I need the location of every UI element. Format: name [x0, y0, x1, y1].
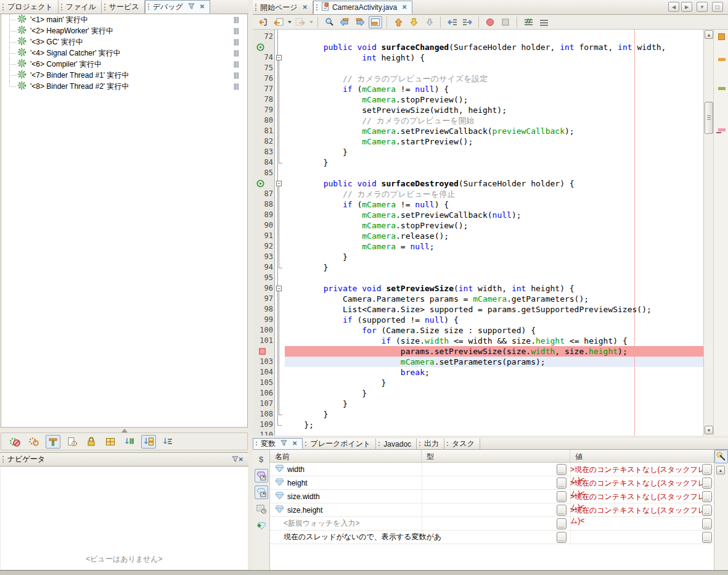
line-number[interactable]: 91: [253, 231, 273, 241]
fold-collapse-button[interactable]: −: [276, 55, 282, 60]
back-history-dropdown[interactable]: [288, 21, 292, 25]
breakpoint-icon[interactable]: [259, 348, 266, 357]
toggle-bookmark-icon[interactable]: [422, 16, 436, 28]
line-number[interactable]: 104: [253, 367, 273, 378]
value-expand-button-right[interactable]: …: [702, 518, 712, 529]
comment-lines-icon[interactable]: [521, 16, 535, 28]
thread-row[interactable]: '<8> Binder Thread #2' 実行中: [1, 81, 247, 92]
line-number[interactable]: 77: [253, 84, 273, 94]
variables-table-row[interactable]: 現在のスレッドがないので、表示する変数があ……: [270, 531, 714, 544]
close-icon[interactable]: ✕: [292, 441, 297, 447]
find-previous-icon[interactable]: [338, 16, 351, 28]
forward-history-dropdown[interactable]: [309, 21, 313, 25]
fold-collapse-button[interactable]: −: [276, 286, 282, 291]
variables-table-row[interactable]: height…>現在のコンテキストなし(スタックフレーム)<…: [270, 476, 714, 490]
stop-macro-recording-icon[interactable]: [499, 16, 512, 28]
sort-alphabetically-button[interactable]: [141, 435, 156, 449]
line-number[interactable]: 90: [253, 220, 273, 231]
scrollbar-thumb[interactable]: [705, 102, 713, 134]
pause-icon[interactable]: [233, 39, 240, 48]
close-icon[interactable]: ✕: [239, 457, 243, 463]
fold-collapse-button[interactable]: −: [276, 181, 282, 186]
thread-row[interactable]: '<4> Signal Catcher' 実行中: [1, 48, 247, 59]
thread-properties-button[interactable]: [65, 435, 80, 449]
pause-icon[interactable]: [233, 28, 240, 36]
left-tab-1[interactable]: ファイル: [59, 1, 102, 14]
pause-icon[interactable]: [233, 72, 240, 81]
thread-row[interactable]: '<3> GC' 実行中: [1, 36, 247, 48]
scroll-up-button[interactable]: ▲: [705, 30, 713, 39]
debugging-view-grid-button[interactable]: [103, 435, 118, 449]
variable-name[interactable]: size.height: [270, 505, 322, 515]
maximize-window-button[interactable]: ▢: [712, 2, 723, 12]
bottom-tab-3[interactable]: 出力: [417, 439, 444, 449]
line-number[interactable]: 105: [253, 378, 273, 388]
magic-wand-icon[interactable]: [714, 450, 728, 463]
variables-table-header[interactable]: 名前 型 値: [270, 450, 714, 463]
pause-icon[interactable]: [233, 50, 240, 59]
variable-name[interactable]: height: [270, 478, 308, 488]
value-expand-button-right[interactable]: …: [702, 505, 712, 516]
line-number[interactable]: 81: [253, 126, 273, 136]
scroll-tabs-right-button[interactable]: ▶: [681, 2, 692, 12]
bottom-tab-0[interactable]: 変数✕: [253, 438, 303, 449]
line-number[interactable]: 83: [253, 147, 273, 157]
line-number[interactable]: 94: [253, 262, 273, 273]
line-number[interactable]: 87: [253, 189, 273, 199]
line-number[interactable]: 101: [253, 336, 273, 346]
editor-vertical-scrollbar[interactable]: ▲ ▼: [703, 30, 713, 436]
find-selection-icon[interactable]: [322, 16, 336, 28]
value-expand-button[interactable]: …: [557, 518, 566, 529]
uncomment-lines-icon[interactable]: [537, 16, 550, 28]
scroll-down-button[interactable]: ▼: [705, 426, 713, 434]
close-icon[interactable]: ✕: [402, 4, 407, 10]
line-number[interactable]: 92: [253, 241, 273, 252]
variable-name[interactable]: width: [270, 465, 305, 474]
minimize-icon[interactable]: [280, 439, 287, 448]
line-number[interactable]: 93: [253, 252, 273, 262]
line-number[interactable]: 97: [253, 294, 273, 304]
bottom-tab-4[interactable]: タスク: [444, 439, 480, 449]
finish-debugger-session-button[interactable]: [7, 435, 22, 449]
pause-icon[interactable]: [233, 17, 240, 25]
thread-row[interactable]: '<1> main' 実行中: [1, 14, 247, 25]
line-number[interactable]: 95: [253, 273, 273, 283]
thread-row[interactable]: '<7> Binder Thread #1' 実行中: [1, 70, 247, 81]
line-number[interactable]: 85: [253, 168, 273, 178]
debug-settings-gears-button[interactable]: [27, 435, 41, 449]
pause-icon[interactable]: [233, 61, 240, 70]
value-expand-button[interactable]: …: [557, 505, 566, 516]
editor-tab-0[interactable]: 開始ページ✕: [253, 1, 313, 14]
navigate-forward-icon[interactable]: [293, 16, 307, 28]
line-number[interactable]: 98: [253, 304, 273, 315]
start-macro-recording-icon[interactable]: [483, 16, 497, 28]
implements-badge-icon[interactable]: [256, 180, 264, 189]
implements-badge-icon[interactable]: [256, 43, 264, 53]
error-stripe[interactable]: [713, 30, 728, 436]
line-number[interactable]: 106: [253, 388, 273, 399]
value-expand-button[interactable]: …: [557, 464, 566, 475]
stripe-mark-olive[interactable]: [718, 87, 726, 90]
editor-gutter[interactable]: 7274757677787980818283848587888990919293…: [253, 30, 275, 436]
line-number[interactable]: 107: [253, 399, 273, 409]
line-number[interactable]: 89: [253, 210, 273, 220]
line-number[interactable]: 74: [253, 52, 273, 63]
document-list-dropdown-button[interactable]: ▼: [697, 2, 708, 12]
left-tab-0[interactable]: プロジェクト: [0, 1, 59, 14]
close-icon[interactable]: ✕: [200, 4, 205, 10]
next-bookmark-icon[interactable]: [407, 16, 420, 28]
line-number[interactable]: 88: [253, 199, 273, 210]
code-folding-column[interactable]: −−−: [276, 30, 285, 436]
line-number[interactable]: 79: [253, 105, 273, 115]
find-next-icon[interactable]: [353, 16, 367, 28]
sort-by-suspend-state-button[interactable]: [122, 435, 137, 449]
shift-line-left-icon[interactable]: [445, 16, 459, 28]
vertical-splitter[interactable]: [248, 0, 253, 575]
thread-row[interactable]: '<6> Compiler' 実行中: [1, 59, 247, 70]
new-watch-button[interactable]: [255, 519, 268, 532]
value-expand-button[interactable]: …: [557, 532, 566, 543]
deadlock-lock-button[interactable]: [84, 435, 99, 449]
value-expand-button[interactable]: …: [557, 491, 566, 502]
left-tab-3[interactable]: デバッグ✕: [145, 0, 211, 14]
left-tab-2[interactable]: サービス: [102, 1, 145, 14]
